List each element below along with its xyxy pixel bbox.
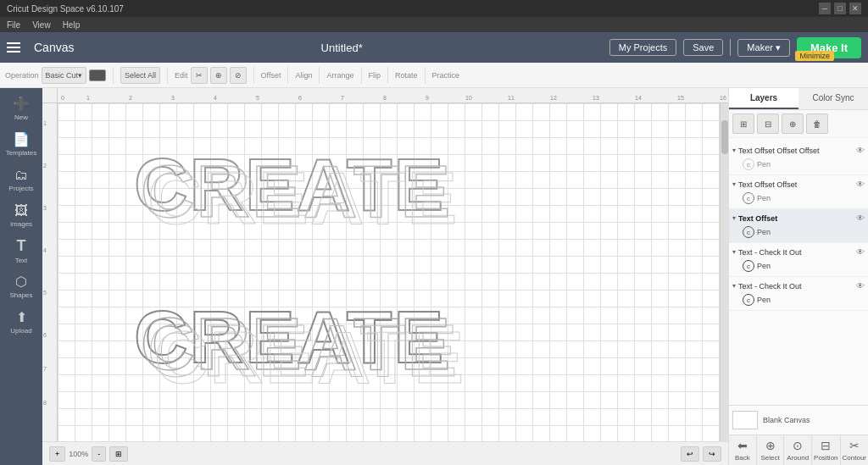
vertical-scrollbar[interactable]: [720, 103, 728, 441]
tab-color-sync[interactable]: Color Sync: [798, 88, 868, 109]
shapes-icon: ⬡: [15, 274, 27, 290]
around-button[interactable]: ⊙ Around: [784, 435, 812, 465]
layer-item-2: ▾ Text Offset Offset 👁 c Pen: [729, 175, 868, 209]
close-button[interactable]: ✕: [849, 3, 861, 14]
layer-sub-5: c Pen: [732, 292, 865, 307]
pen-color-btn[interactable]: [89, 69, 106, 81]
back-button[interactable]: ⬅ Back: [729, 435, 757, 465]
layer-name-3: Text Offset: [738, 214, 854, 223]
edit-btn[interactable]: ✂: [191, 67, 208, 84]
select-all-button[interactable]: Select All: [120, 67, 160, 84]
right-panel: Layers Color Sync ⊞ ⊟ ⊕ 🗑 ▾ Text Offset …: [728, 88, 868, 465]
window-controls[interactable]: ─ □ ✕: [819, 3, 861, 14]
copy-btn[interactable]: ⊕: [210, 67, 227, 84]
layer-pen-icon-3: c: [743, 226, 754, 238]
sidebar-item-new[interactable]: ➕ New: [2, 91, 41, 125]
layer-item-3: ▾ Text Offset 👁 c Pen: [729, 209, 868, 243]
layer-pen-icon-4: c: [743, 260, 754, 272]
layer-chevron-3: ▾: [732, 214, 736, 222]
zoom-out-button[interactable]: -: [92, 446, 106, 462]
align-label: Align: [295, 71, 312, 80]
offset-label: Offset: [261, 71, 281, 80]
ruler-top: 0 1 2 3 4 5 6 7 8 9 10 11 12 13 14 15 16…: [42, 88, 728, 103]
document-title: Untitled*: [81, 42, 602, 54]
canvas-area[interactable]: 0 1 2 3 4 5 6 7 8 9 10 11 12 13 14 15 16…: [42, 88, 728, 465]
sidebar-item-shapes[interactable]: ⬡ Shapes: [2, 269, 41, 303]
sidebar-item-templates[interactable]: 📄 Templates: [2, 127, 41, 161]
canvas-with-ruler: 1 2 3 4 5 6 7 8 CREATE CREATE: [42, 103, 728, 441]
undo-button[interactable]: ↩: [681, 446, 699, 462]
operation-icon: ▾: [78, 71, 82, 80]
menu-help[interactable]: Help: [63, 20, 81, 30]
redo-button[interactable]: ↪: [703, 446, 721, 462]
layer-visibility-5[interactable]: 👁: [856, 281, 865, 291]
layer-name-5: Text - Check It Out: [738, 282, 854, 291]
layer-chevron-1: ▾: [732, 147, 736, 154]
hamburger-menu[interactable]: [7, 39, 24, 56]
my-projects-button[interactable]: My Projects: [609, 39, 676, 56]
contour-button[interactable]: ✂ Contour: [841, 435, 868, 465]
position-label: Position: [814, 454, 837, 462]
save-button[interactable]: Save: [683, 39, 723, 56]
layer-pen-icon-1: c: [743, 158, 754, 170]
layer-name-1: Text Offset Offset Offset: [738, 147, 854, 155]
contour-icon: ✂: [849, 439, 860, 452]
panel-delete-btn[interactable]: 🗑: [806, 113, 828, 134]
sep1: [113, 67, 114, 84]
maker-chevron-icon: ▾: [776, 42, 781, 53]
around-icon: ⊙: [793, 439, 803, 452]
fit-canvas-button[interactable]: ⊞: [109, 446, 128, 462]
sidebar-item-projects[interactable]: 🗂 Projects: [2, 163, 41, 197]
minimize-button[interactable]: ─: [819, 3, 831, 14]
layer-item-5: ▾ Text - Check It Out 👁 c Pen: [729, 277, 868, 311]
layer-sub-4: c Pen: [732, 258, 865, 274]
menu-file[interactable]: File: [7, 20, 20, 30]
maximize-button[interactable]: □: [834, 3, 846, 14]
app-title: Cricut Design Space v6.10.107: [7, 4, 124, 14]
tab-layers[interactable]: Layers: [729, 88, 798, 109]
sidebar-images-label: Images: [10, 220, 32, 228]
layer-sub-3: c Pen: [732, 224, 865, 240]
paste-btn[interactable]: ⊘: [230, 67, 247, 84]
menu-bar: File View Help: [0, 17, 868, 32]
select-button[interactable]: ⊕ Select: [757, 435, 785, 465]
new-icon: ➕: [13, 96, 30, 112]
panel-ungroup-btn[interactable]: ⊟: [757, 113, 779, 134]
sidebar-item-text[interactable]: T Text: [2, 234, 41, 268]
left-sidebar: ➕ New 📄 Templates 🗂 Projects 🖼 Images T …: [0, 88, 42, 465]
text-icon: T: [17, 237, 26, 255]
back-label: Back: [735, 454, 750, 462]
sep6: [361, 67, 362, 84]
flip-label: Flip: [369, 71, 381, 80]
main-area: ➕ New 📄 Templates 🗂 Projects 🖼 Images T …: [0, 88, 868, 465]
operation-dropdown[interactable]: Basic Cut ▾: [42, 67, 87, 84]
sidebar-upload-label: Upload: [10, 327, 31, 335]
projects-icon: 🗂: [14, 168, 28, 183]
layer-visibility-4[interactable]: 👁: [856, 247, 865, 257]
layer-chevron-5: ▾: [732, 282, 736, 290]
layer-header-4[interactable]: ▾ Text - Check It Out 👁: [732, 246, 865, 258]
layer-header-1[interactable]: ▾ Text Offset Offset Offset 👁: [732, 144, 865, 157]
rotate-label: Rotate: [395, 71, 418, 80]
maker-button[interactable]: Maker ▾: [737, 39, 790, 57]
menu-view[interactable]: View: [32, 20, 51, 30]
layer-header-2[interactable]: ▾ Text Offset Offset 👁: [732, 178, 865, 191]
canvas[interactable]: CREATE CREATE CREATE CREATE CREATE: [58, 103, 720, 441]
sidebar-item-images[interactable]: 🖼 Images: [2, 198, 41, 232]
panel-duplicate-btn[interactable]: ⊕: [782, 113, 804, 134]
panel-group-btn[interactable]: ⊞: [732, 113, 754, 134]
layer-visibility-1[interactable]: 👁: [856, 146, 865, 155]
sep7: [387, 67, 388, 84]
minimize-badge[interactable]: Minimize: [795, 51, 834, 61]
templates-icon: 📄: [13, 131, 30, 147]
position-button[interactable]: ⊟ Position: [812, 435, 840, 465]
sidebar-item-upload[interactable]: ⬆ Upload: [2, 305, 41, 339]
layer-header-3[interactable]: ▾ Text Offset 👁: [732, 212, 865, 224]
layer-header-5[interactable]: ▾ Text - Check It Out 👁: [732, 280, 865, 292]
images-icon: 🖼: [14, 203, 28, 219]
layer-visibility-2[interactable]: 👁: [856, 180, 865, 189]
create-text-top-offset2: CREATE: [147, 155, 459, 241]
layer-visibility-3[interactable]: 👁: [856, 213, 865, 223]
zoom-in-button[interactable]: +: [49, 446, 65, 462]
sep4: [287, 67, 288, 84]
